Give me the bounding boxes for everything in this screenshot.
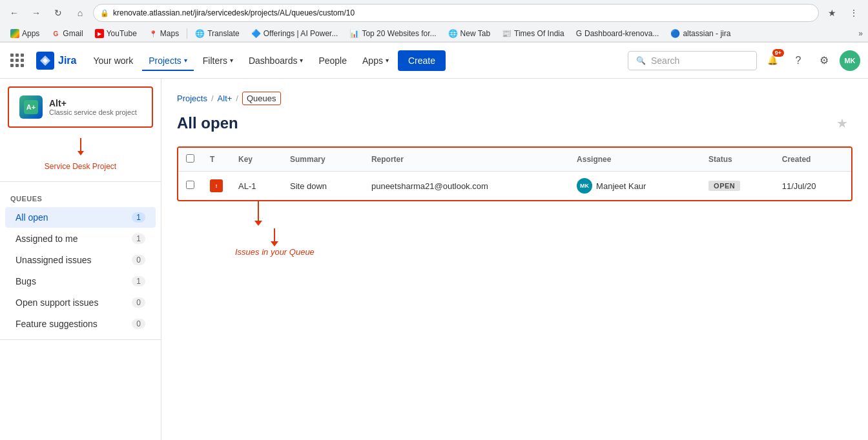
- th-reporter: Reporter: [364, 148, 569, 172]
- bookmark-translate[interactable]: 🌐 Translate: [190, 28, 245, 39]
- bookmark-top20[interactable]: 📊 Top 20 Websites for...: [344, 28, 441, 39]
- table-row: ! AL-1 Site down puneetsha: [178, 172, 851, 201]
- table-body: ! AL-1 Site down puneetsha: [178, 172, 851, 201]
- status-badge: OPEN: [708, 181, 740, 191]
- select-all-checkbox[interactable]: [186, 154, 194, 163]
- bookmarks-separator: [187, 28, 187, 39]
- bookmark-top20-label: Top 20 Websites for...: [362, 29, 436, 38]
- notifications-button[interactable]: 🔔 9+: [762, 50, 783, 71]
- feature-suggestions-count: 0: [132, 319, 145, 329]
- annotation-line-1: [258, 201, 259, 221]
- page-header: All open ★: [177, 113, 852, 134]
- search-box[interactable]: 🔍 Search: [628, 51, 757, 70]
- project-info: Alt+ Classic service desk project: [49, 98, 141, 116]
- th-status: Status: [701, 148, 774, 172]
- breadcrumb: Projects / Alt+ / Queues: [177, 92, 852, 105]
- sidebar-item-feature-suggestions[interactable]: Feature suggestions 0: [5, 314, 156, 334]
- bugs-label: Bugs: [16, 276, 132, 286]
- nav-filters[interactable]: Filters ▾: [196, 50, 240, 71]
- breadcrumb-sep-2: /: [236, 94, 238, 103]
- bookmark-translate-label: Translate: [207, 29, 240, 38]
- jira-logo-icon: [36, 52, 54, 70]
- youtube-icon: ▶: [95, 29, 104, 38]
- queues-section-title: Queues: [0, 187, 161, 206]
- nav-projects[interactable]: Projects ▾: [142, 50, 194, 71]
- row-created-cell: 11/Jul/20: [774, 172, 851, 201]
- newtab-icon: 🌐: [448, 29, 458, 38]
- bookmark-maps[interactable]: 📍 Maps: [143, 28, 184, 39]
- projects-chevron-icon: ▾: [184, 57, 187, 64]
- refresh-button[interactable]: ↻: [49, 4, 67, 22]
- assigned-to-me-label: Assigned to me: [16, 234, 132, 244]
- dot-row-2: [10, 59, 24, 62]
- table-header-row: T Key Summary Reporter Assignee Status C…: [178, 148, 851, 172]
- annotation-arrowhead: [254, 221, 262, 226]
- jira-navigation: Your work Projects ▾ Filters ▾ Dashboard…: [87, 50, 617, 71]
- queue-annotation: Issues in your Queue: [254, 201, 852, 257]
- atlassian-icon: 🔵: [670, 29, 680, 38]
- bookmark-youtube[interactable]: ▶ YouTube: [90, 28, 142, 39]
- more-options-button[interactable]: ⋮: [845, 4, 863, 22]
- sidebar-item-bugs[interactable]: Bugs 1: [5, 271, 156, 292]
- lock-icon: 🔒: [100, 9, 109, 17]
- row-status-cell: OPEN: [701, 172, 774, 201]
- sidebar-item-assigned-to-me[interactable]: Assigned to me 1: [5, 228, 156, 249]
- breadcrumb-sep-1: /: [211, 94, 214, 103]
- sidebar-divider-1: [0, 181, 161, 182]
- all-open-label: All open: [16, 212, 132, 223]
- bookmark-atlassian-label: altassian - jira: [683, 29, 730, 38]
- nav-your-work[interactable]: Your work: [87, 50, 140, 71]
- bookmark-altassian[interactable]: 🔵 altassian - jira: [665, 28, 736, 39]
- bookmark-apps[interactable]: Apps: [5, 28, 45, 39]
- row-checkbox[interactable]: [186, 181, 194, 189]
- browser-toolbar: ← → ↻ ⌂ 🔒 krenovate.atlassian.net/jira/s…: [0, 0, 868, 26]
- row-reporter-cell: puneetsharma21@outlook.com: [364, 172, 569, 201]
- bell-icon: 🔔: [767, 55, 778, 65]
- favorite-star-button[interactable]: ★: [832, 113, 852, 134]
- star-page-button[interactable]: ★: [823, 4, 841, 22]
- help-button[interactable]: ?: [788, 50, 809, 71]
- breadcrumb-projects[interactable]: Projects: [177, 94, 207, 103]
- sidebar: A+ Alt+ Classic service desk project: [0, 79, 161, 440]
- help-icon: ?: [796, 55, 801, 66]
- page-title: All open: [177, 114, 238, 132]
- sidebar-annotation: [0, 135, 161, 158]
- row-type-cell: !: [202, 172, 231, 201]
- sidebar-item-open-support[interactable]: Open support issues 0: [5, 292, 156, 313]
- main-content: Projects / Alt+ / Queues All open ★ T: [161, 79, 868, 440]
- th-type: T: [202, 148, 231, 172]
- header-right-actions: 🔍 Search 🔔 9+ ? ⚙ MK: [628, 50, 860, 71]
- sidebar-item-all-open[interactable]: All open 1: [5, 207, 156, 228]
- th-assignee: Assignee: [569, 148, 701, 172]
- bookmark-offerings[interactable]: 🔷 Offerings | AI Power...: [246, 28, 344, 39]
- nav-apps[interactable]: Apps ▾: [356, 50, 395, 71]
- bookmarks-more-button[interactable]: »: [858, 29, 863, 38]
- top20-icon: 📊: [349, 29, 359, 38]
- project-icon: A+: [19, 95, 43, 119]
- bookmark-newtab[interactable]: 🌐 New Tab: [443, 28, 495, 39]
- breadcrumb-alt[interactable]: Alt+: [218, 94, 232, 103]
- bookmark-timesofindia[interactable]: 📰 Times Of India: [497, 28, 570, 39]
- open-support-count: 0: [132, 297, 145, 308]
- bookmark-timesofindia-label: Times Of India: [514, 29, 564, 38]
- forward-button[interactable]: →: [27, 4, 45, 22]
- row-summary-cell[interactable]: Site down: [282, 172, 364, 201]
- grid-menu-button[interactable]: [8, 52, 26, 70]
- bookmark-dashboard[interactable]: G Dashboard-krenova...: [571, 28, 665, 39]
- app-body: A+ Alt+ Classic service desk project: [0, 79, 868, 440]
- row-key-cell[interactable]: AL-1: [231, 172, 282, 201]
- nav-dashboards[interactable]: Dashboards ▾: [242, 50, 310, 71]
- user-avatar-button[interactable]: MK: [840, 50, 860, 71]
- jira-logo[interactable]: Jira: [36, 52, 76, 70]
- nav-people[interactable]: People: [312, 50, 353, 71]
- home-button[interactable]: ⌂: [71, 4, 89, 22]
- sidebar-item-unassigned[interactable]: Unassigned issues 0: [5, 250, 156, 270]
- assignee-avatar: MK: [577, 178, 592, 194]
- address-bar[interactable]: 🔒 krenovate.atlassian.net/jira/servicede…: [93, 4, 819, 22]
- create-button[interactable]: Create: [398, 50, 446, 71]
- sidebar-project-header[interactable]: A+ Alt+ Classic service desk project: [8, 86, 153, 128]
- bookmark-gmail[interactable]: G Gmail: [46, 28, 88, 39]
- search-icon: 🔍: [636, 56, 646, 65]
- settings-button[interactable]: ⚙: [814, 50, 834, 71]
- back-button[interactable]: ←: [5, 4, 23, 22]
